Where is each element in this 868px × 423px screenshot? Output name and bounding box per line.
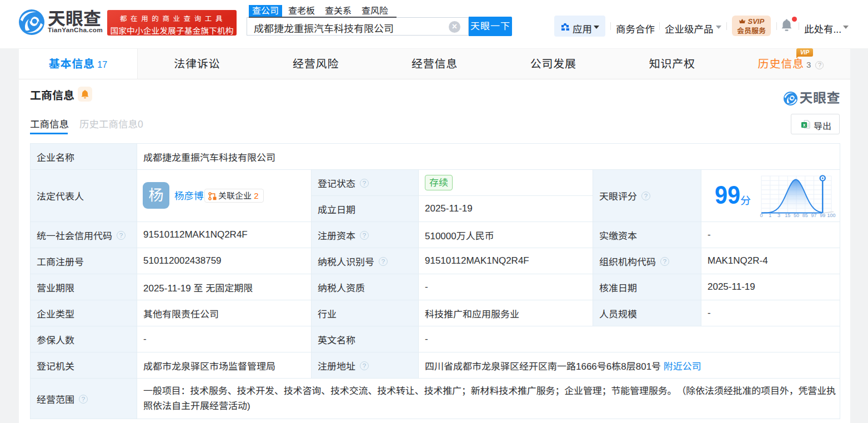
svg-text:100: 100 [827, 213, 835, 218]
svg-text:85: 85 [802, 213, 808, 218]
svg-text:1: 1 [769, 213, 771, 218]
svg-text:50: 50 [794, 213, 799, 218]
svg-text:99: 99 [820, 213, 825, 218]
svg-text:0: 0 [760, 213, 762, 218]
svg-text:x: x [803, 122, 806, 128]
svg-text:97: 97 [811, 213, 816, 218]
svg-text:3: 3 [777, 213, 780, 218]
svg-text:15: 15 [785, 213, 790, 218]
